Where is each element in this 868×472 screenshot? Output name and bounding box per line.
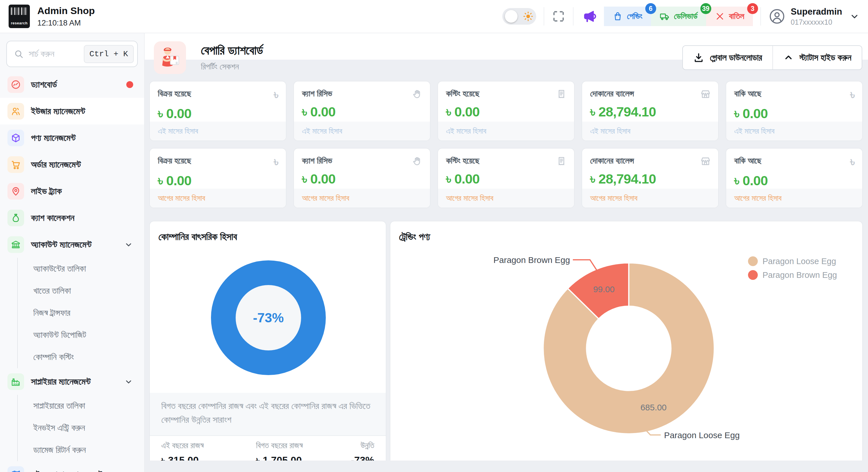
app-title: Admin Shop [37,5,95,16]
sidebar-item-6[interactable]: অ্যাকাউন্ট ম্যানেজমেন্ট [0,231,144,258]
status-chip-1[interactable]: ডেলিভার্ড 39 [651,7,706,26]
stat-card-label: বাকি আছে [734,156,761,166]
barcode-logo-icon [11,7,28,15]
receipt-icon [556,89,567,99]
submenu-6-item-3[interactable]: অ্যাকাউন্ট ডিপোজিট [18,324,144,346]
sidebar-item-label: পণ্য ম্যানেজমেন্ট [31,133,76,143]
pin-icon [7,183,24,200]
store-icon [701,156,711,166]
delivery-man-icon [154,41,186,74]
taka-icon: ৳ [274,156,278,168]
sidebar-item-7[interactable]: সাপ্লাইয়ার ম্যানেজমেন্ট [0,368,144,395]
theme-toggle[interactable] [502,8,536,25]
divider [573,7,574,26]
bank-icon [7,236,24,253]
notification-dot [126,81,133,88]
sidebar-menu: ড্যাশবোর্ড ইউজার ম্যানেজমেন্ট পণ্য ম্যান… [0,71,144,472]
sidebar-item-label: অর্ডার ম্যানেজমেন্ট [31,160,81,170]
submenu-6-item-2[interactable]: নিজস্ব ট্রান্সফার [18,302,144,324]
status-chip-2[interactable]: বাতিল 3 [706,7,753,26]
stat-card-value: ৳ 0.00 [150,105,286,122]
user-menu[interactable]: Superadmin 017xxxxxx10 [768,7,859,26]
cart-icon [7,156,24,173]
stat-card-value: ৳ 0.00 [294,171,430,187]
gauge-icon [7,76,24,93]
toggle-knob [505,10,518,23]
stat-card-3: দোকানের ব্যালেন্স ৳ 28,794.10 এই মাসের হ… [582,81,719,141]
sun-icon [523,11,534,22]
receipt-icon [556,156,567,166]
sidebar-item-label: ক্যাশ কালেকশন [31,213,74,223]
stats-grid: বিক্রয় হয়েছে ৳ ৳ 0.00 এই মাসের হিসাব ক… [149,81,863,208]
legend-item-0[interactable]: Paragon Loose Egg [748,256,837,266]
stat-card-0: বিক্রয় হয়েছে ৳ ৳ 0.00 এই মাসের হিসাব [149,81,286,141]
search-icon [14,49,24,59]
app-logo: research [9,5,30,28]
chevron-up-icon [783,53,794,63]
taka-icon: ৳ [850,156,855,168]
taka-icon: ৳ [274,89,278,101]
fullscreen-button[interactable] [552,9,565,23]
header-actions: গ্লোবাল ডাউনলোডার স্ট্যাটাস হাইড করুন [682,45,862,70]
submenu-6-item-0[interactable]: অ্যাকাউন্টের তালিকা [18,258,144,280]
sidebar-item-4[interactable]: লাইভ ট্র্যাক [0,178,144,204]
status-chip-label: ডেলিভার্ড [674,11,698,21]
growth-value: -73% [351,454,374,461]
chevron-down-icon [124,240,133,249]
stat-card-4: বাকি আছে ৳ ৳ 0.00 এই মাসের হিসাব [725,81,863,141]
stat-card-value: ৳ 0.00 [726,105,862,122]
submenu-6-item-4[interactable]: কোম্পানি কস্টিং [18,346,144,368]
stat-card-footer: আগের মাসের হিসাব [150,189,286,208]
trending-products-panel: ট্রেন্ডিং পণ্য 685.0099.00 Paragon Brown… [390,221,863,461]
cube-icon [7,130,24,146]
stat-card-label: ক্যাশ রিসিভ [302,89,332,99]
sidebar-item-5[interactable]: ক্যাশ কালেকশন [0,204,144,231]
stat-card-value: ৳ 0.00 [438,104,574,120]
stat-card-label: বিক্রয় হয়েছে [158,89,191,99]
stat-card-value: ৳ 0.00 [726,173,862,189]
status-chip-0[interactable]: পেন্ডিং 6 [604,7,651,26]
factory-icon [7,373,24,390]
global-downloader-button[interactable]: গ্লোবাল ডাউনলোডার [683,46,772,69]
yearly-summary-footer: এই বছরের রাজস্ব ৳ 315.00 বিগত বছরের রাজস… [150,435,386,461]
status-count-badge: 3 [747,3,758,14]
submenu-7-item-1[interactable]: ইনভইস এন্ট্রি করুন [18,417,144,439]
stat-card-label: কস্টিং হয়েছে [446,156,479,166]
sidebar-item-3[interactable]: অর্ডার ম্যানেজমেন্ট [0,151,144,178]
sidebar-item-0[interactable]: ড্যাশবোর্ড [0,71,144,98]
stat-card-value: ৳ 28,794.10 [582,171,718,187]
stat-card-value: ৳ 0.00 [438,171,574,187]
legend-label: Paragon Brown Egg [763,270,837,280]
chevron-down-icon [849,11,859,21]
sidebar-item-1[interactable]: ইউজার ম্যানেজমেন্ট [0,98,144,125]
status-count-badge: 39 [701,3,711,14]
announcement-megaphone-icon[interactable] [582,9,597,24]
user-phone: 017xxxxxx10 [791,18,842,26]
truck-icon [660,11,670,22]
trending-products-title: ট্রেন্ডিং পণ্য [399,231,430,243]
moneybag-icon [7,210,24,226]
sidebar: Ctrl + K ড্যাশবোর্ড ইউজার ম্যানেজমেন্ট প… [0,33,145,472]
divider [544,7,544,26]
sidebar-item-label: ইউজার ম্যানেজমেন্ট [31,106,85,116]
sidebar-item-2[interactable]: পণ্য ম্যানেজমেন্ট [0,125,144,151]
status-chip-label: বাতিল [729,11,744,21]
sidebar-item-8[interactable]: রুট ও দোকান ম্যানেজমেন্ট [0,461,144,472]
stat-card-2: কস্টিং হয়েছে ৳ 0.00 এই মাসের হিসাব [437,81,575,141]
users-icon [7,103,24,120]
submenu-6-item-1[interactable]: খাতের তালিকা [18,280,144,302]
stat-card-value: ৳ 0.00 [150,173,286,189]
submenu-7-item-0[interactable]: সাপ্লাইয়ারের তালিকা [18,395,144,417]
download-icon [693,52,704,63]
stat-card-label: বিক্রয় হয়েছে [158,156,191,166]
search-input[interactable] [29,49,84,59]
submenu-7-item-2[interactable]: ড্যামেজ রিটার্ন করুন [18,439,144,461]
status-hide-button[interactable]: স্ট্যাটাস হাইড করুন [772,46,862,69]
this-year-revenue-label: এই বছরের রাজস্ব [161,441,256,450]
taka-icon: ৳ [850,89,855,101]
order-status-chips: পেন্ডিং 6 ডেলিভার্ড 39 বাতিল 3 [604,7,753,26]
status-count-badge: 6 [645,3,656,14]
legend-item-1[interactable]: Paragon Brown Egg [748,270,837,280]
yearly-summary-panel: কোম্পানির বাৎসরিক হিসাব -73% বিগত বছরের … [149,221,386,461]
sidebar-item-label: রুট ও দোকান ম্যানেজমেন্ট [31,469,102,472]
